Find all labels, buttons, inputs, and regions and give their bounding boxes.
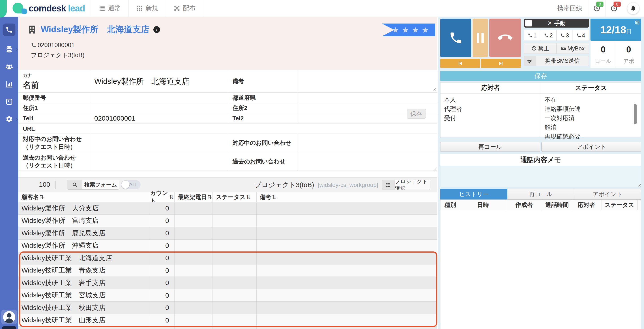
sidebar-bottom-item[interactable] xyxy=(2,326,16,329)
customer-row[interactable]: Widsley技研工業 秋田支店 0 xyxy=(18,302,437,314)
recall-button[interactable]: 再コール xyxy=(440,142,540,152)
column-header[interactable]: 備考⇅ xyxy=(256,192,437,202)
project-select-button[interactable]: プロジェクト選択 xyxy=(382,180,430,190)
column-header[interactable]: カウント⇅ xyxy=(150,192,175,202)
customer-row[interactable]: Widsley技研工業 北海道支店 0 xyxy=(18,252,437,264)
skip-next-button[interactable] xyxy=(481,59,521,68)
timer-green-icon[interactable]: 0 xyxy=(588,5,605,12)
status-option[interactable]: 一次対応済 xyxy=(544,114,641,123)
nav-distribute[interactable]: 配布 xyxy=(166,0,203,17)
tab-再コール[interactable]: 再コール xyxy=(508,189,574,199)
line-4-button[interactable]: 4 xyxy=(573,30,589,41)
field-value[interactable] xyxy=(298,70,437,93)
customer-row[interactable]: Widsley技研工業 山形支店 0 xyxy=(18,314,437,327)
sidebar-item-memo[interactable] xyxy=(0,96,18,108)
sidebar-item-database[interactable]: › xyxy=(0,43,18,56)
column-header[interactable]: 最終架電日⇅ xyxy=(175,192,213,202)
line-3-button[interactable]: 3 xyxy=(557,30,573,41)
field-value[interactable] xyxy=(298,134,437,152)
call-memo-textarea[interactable] xyxy=(440,166,641,187)
field-value[interactable] xyxy=(90,93,228,103)
timer-red-icon[interactable]: 0 xyxy=(606,5,622,12)
customer-row[interactable]: Widsley製作所 沖縄支店 0 xyxy=(18,240,437,252)
history-table-body xyxy=(440,210,641,329)
nav-normal[interactable]: 通常 xyxy=(91,0,128,17)
field-value[interactable] xyxy=(298,93,437,103)
sidebar-item-phone[interactable]: › xyxy=(0,24,18,36)
respondent-option[interactable]: 受付 xyxy=(444,114,541,123)
inbox-icon xyxy=(561,46,566,51)
sms-send-button[interactable]: 携帯SMS送信 xyxy=(524,56,589,66)
respondent-option[interactable]: 本人 xyxy=(444,95,541,104)
line-2-button[interactable]: 2 xyxy=(540,30,556,41)
user-avatar[interactable] xyxy=(3,311,15,323)
manual-mode-toggle[interactable]: ✕手動 xyxy=(524,19,589,28)
date-selector[interactable]: 12/18日 xyxy=(590,19,641,41)
history-column-header[interactable]: 作成者 xyxy=(506,200,542,210)
nav-new[interactable]: 新規 xyxy=(128,0,166,17)
cell-count: 0 xyxy=(150,314,175,326)
customer-row[interactable]: Widsley技研工業 青森支店 0 xyxy=(18,264,437,277)
field-value[interactable] xyxy=(90,134,228,152)
call-button[interactable] xyxy=(440,19,471,57)
history-column-header[interactable]: 通話時間 xyxy=(542,200,572,210)
history-column-header[interactable]: 種別 xyxy=(440,200,460,210)
resize-handle[interactable] xyxy=(637,183,641,186)
panel-save-button[interactable]: 保存 xyxy=(440,71,641,81)
sidebar-item-people[interactable]: › xyxy=(0,61,18,73)
status-option[interactable]: 連絡事項伝達 xyxy=(544,104,641,114)
field-value[interactable] xyxy=(90,124,228,134)
skip-previous-button[interactable] xyxy=(440,59,480,68)
notifications-bell-icon[interactable] xyxy=(627,2,639,14)
field-value[interactable] xyxy=(90,152,228,171)
hold-button[interactable] xyxy=(473,19,488,57)
history-column-header[interactable]: 応対者 xyxy=(572,200,602,210)
field-value[interactable]: 02001000001 xyxy=(90,113,228,124)
status-option[interactable]: 解消 xyxy=(544,123,641,132)
customer-row[interactable]: Widsley製作所 大分支店 0 xyxy=(18,202,437,215)
respondent-title: 応対者 xyxy=(440,83,541,93)
respondent-option[interactable]: 代理者 xyxy=(444,104,541,114)
search-form-button[interactable]: 検索フォーム xyxy=(67,180,119,190)
field-value[interactable]: Widsley製作所 北海道支店 xyxy=(90,70,228,93)
customer-name-link[interactable]: Widsley製作所 北海道支店 xyxy=(41,24,149,35)
app-logo[interactable]: comdesklead xyxy=(12,2,85,14)
customer-project: プロジェクト3(toB) xyxy=(31,51,84,59)
ban-button[interactable]: 禁止 xyxy=(524,43,557,54)
status-option[interactable]: 不在 xyxy=(544,95,641,104)
rating-ribbon[interactable]: ★★★★★ xyxy=(382,24,435,36)
phone-icon xyxy=(5,26,13,34)
sidebar-item-gear[interactable]: › xyxy=(0,113,18,126)
field-label: 対応中のお問い合わせ（リクエスト日時） xyxy=(18,134,90,152)
history-column-header[interactable]: 日時 xyxy=(460,200,506,210)
customer-row[interactable]: Widsley製作所 鹿児島支店 0 xyxy=(18,227,437,240)
column-header[interactable]: ステータス⇅ xyxy=(213,192,256,202)
form-save-button[interactable]: 保存 xyxy=(407,109,426,119)
sidebar-item-chart[interactable] xyxy=(0,78,18,91)
scrollbar-thumb[interactable] xyxy=(634,104,636,124)
people-icon xyxy=(5,63,13,71)
field-value[interactable] xyxy=(298,152,437,171)
status-option[interactable]: 再現確認必要 xyxy=(544,132,641,141)
column-header[interactable]: 顧客名⇅ xyxy=(18,192,150,202)
mybox-button[interactable]: MyBox xyxy=(557,43,589,54)
customer-row[interactable]: Widsley製作所 宮崎支店 0 xyxy=(18,215,437,227)
line-1-button[interactable]: 1 xyxy=(524,30,540,41)
all-toggle[interactable]: ALL xyxy=(121,180,140,189)
cell-name: Widsley製作所 沖縄支店 xyxy=(18,240,150,252)
hangup-button[interactable] xyxy=(489,19,521,57)
customer-row[interactable]: Widsley技研工業 宮城支店 0 xyxy=(18,289,437,302)
star-icons: ★★★★★ xyxy=(382,26,432,35)
appointment-button[interactable]: アポイント xyxy=(542,142,641,152)
history-column-header[interactable]: ステータス xyxy=(602,200,638,210)
field-value[interactable] xyxy=(228,124,437,134)
customer-row[interactable]: Widsley技研工業 福島支店 0 xyxy=(18,326,437,329)
info-icon[interactable] xyxy=(154,26,160,33)
field-value[interactable] xyxy=(90,103,228,113)
customer-phone[interactable]: 02001000001 xyxy=(38,42,74,49)
tab-ヒストリー[interactable]: ヒストリー xyxy=(440,189,508,199)
cell-count: 0 xyxy=(150,326,175,329)
customer-row[interactable]: Widsley技研工業 岩手支店 0 xyxy=(18,277,437,289)
chevron-right-icon: › xyxy=(16,64,18,70)
tab-アポイント[interactable]: アポイント xyxy=(574,189,641,199)
